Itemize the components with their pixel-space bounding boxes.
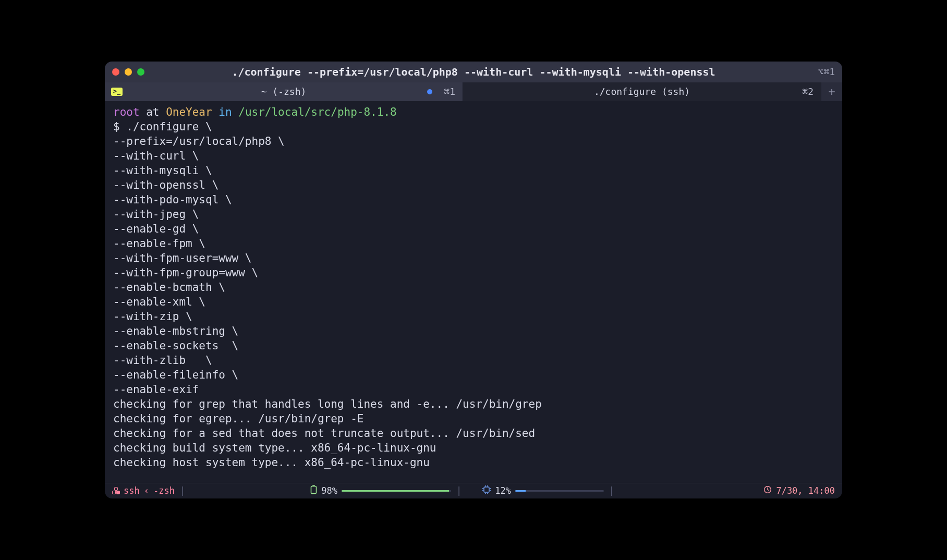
terminal-icon: >_ [111,88,123,96]
svg-rect-1 [312,485,315,486]
status-session: ssh ‹ -zsh [112,485,175,497]
command-continuation: --with-curl \ [113,149,834,164]
close-button[interactable] [112,68,119,76]
command-continuation: --enable-exif [113,383,834,397]
output-line: checking for a sed that does not truncat… [113,427,834,441]
battery-percent: 98% [321,485,337,497]
tab-shortcut: ⌘1 [444,86,455,98]
cpu-bar-fill [515,490,526,492]
prompt-in: in [212,106,239,118]
terminal-window: ./configure --prefix=/usr/local/php8 --w… [105,62,842,498]
divider: | [456,485,462,497]
tab-label: ./configure (ssh) [594,86,690,98]
output-line: checking build system type... x86_64-pc-… [113,441,834,456]
tab-label: ~ (-zsh) [261,86,307,98]
command-text: ./configure \ [126,120,212,133]
status-clock: 7/30, 14:00 [763,485,835,497]
svg-rect-2 [484,487,489,492]
prompt-line: root at OneYear in /usr/local/src/php-8.… [113,105,834,120]
command-continuation: --with-zip \ [113,310,834,324]
clock-text: 7/30, 14:00 [776,485,835,497]
command-continuation: --with-fpm-user=www \ [113,251,834,266]
zoom-button[interactable] [137,68,144,76]
command-block: $ ./configure \--prefix=/usr/local/php8 … [113,120,834,397]
command-continuation: --with-fpm-group=www \ [113,266,834,281]
cpu-icon [482,485,491,496]
titlebar: ./configure --prefix=/usr/local/php8 --w… [105,62,842,82]
prompt-user: root [113,106,140,118]
output-block: checking for grep that handles long line… [113,397,834,470]
command-continuation: --enable-bcmath \ [113,281,834,295]
command-continuation: --with-pdo-mysql \ [113,193,834,208]
prompt-host: OneYear [166,106,212,118]
command-continuation: --with-mysqli \ [113,164,834,178]
tab-bar: >_ ~ (-zsh) ⌘1 ./configure (ssh) ⌘2 + [105,82,842,101]
prompt-at: at [140,106,166,118]
cpu-percent: 12% [495,485,511,497]
terminal-viewport[interactable]: root at OneYear in /usr/local/src/php-8.… [105,101,842,483]
network-icon [112,487,119,494]
tab-configure[interactable]: ./configure (ssh) ⌘2 [463,82,821,101]
cpu-bar [515,490,604,492]
divider: | [609,485,614,497]
battery-bar-fill [342,490,449,492]
battery-icon [310,485,317,497]
battery-bar [342,490,451,492]
tab-shortcut: ⌘2 [802,86,814,98]
command-continuation: --enable-fpm \ [113,237,834,251]
window-title: ./configure --prefix=/usr/local/php8 --w… [232,65,715,79]
command-continuation: --prefix=/usr/local/php8 \ [113,135,834,149]
divider: | [180,485,185,497]
prompt-symbol: $ [113,120,126,133]
output-line: checking for egrep... /usr/bin/grep -E [113,412,834,427]
status-session-name: ssh [124,485,140,497]
status-bar: ssh ‹ -zsh | 98% | 12% | [105,483,842,498]
command-continuation: --with-jpeg \ [113,208,834,222]
command-continuation: --enable-xml \ [113,295,834,310]
status-separator: ‹ [144,485,149,497]
command-continuation: --enable-gd \ [113,222,834,237]
window-controls [112,68,144,76]
svg-rect-0 [311,486,317,493]
minimize-button[interactable] [125,68,132,76]
status-process: -zsh [153,485,175,497]
output-line: checking for grep that handles long line… [113,397,834,412]
tab-zsh[interactable]: >_ ~ (-zsh) ⌘1 [105,82,463,101]
command-continuation: --enable-fileinfo \ [113,368,834,383]
prompt-path: /usr/local/src/php-8.1.8 [238,106,396,118]
command-continuation: --with-openssl \ [113,178,834,193]
output-line: checking host system type... x86_64-pc-l… [113,456,834,470]
new-tab-button[interactable]: + [821,82,842,101]
command-continuation: --with-zlib \ [113,354,834,368]
status-battery: 98% [310,485,451,497]
command-continuation: --enable-mbstring \ [113,324,834,339]
clock-icon [763,485,772,496]
window-shortcut-hint: ⌥⌘1 [818,66,835,78]
activity-indicator-icon [427,89,432,94]
command-continuation: --enable-sockets \ [113,339,834,354]
status-cpu: 12% [482,485,604,497]
